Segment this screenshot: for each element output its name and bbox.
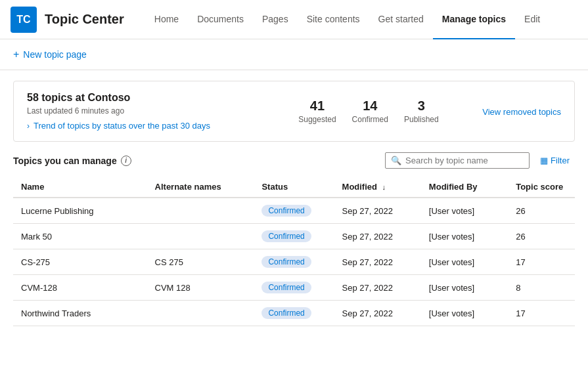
cell-name-2: CS-275 [13,249,147,275]
cell-score-2: 17 [508,249,575,275]
header: TC Topic Center HomeDocumentsPagesSite c… [0,0,588,39]
cell-modified-by-2: [User votes] [421,249,508,275]
status-badge: Confirmed [261,282,311,293]
stats-middle: 41 Suggested 14 Confirmed 3 Published [255,98,483,124]
cell-alt-names-4 [147,301,254,326]
nav-item-documents[interactable]: Documents [188,0,253,39]
stat-suggested: 41 Suggested [298,98,336,124]
nav-item-site-contents[interactable]: Site contents [298,0,369,39]
suggested-count: 41 [310,98,325,114]
suggested-label: Suggested [298,115,336,124]
cell-name-1: Mark 50 [13,224,147,249]
filter-button[interactable]: ▦ Filter [535,153,575,168]
sort-arrow-modified: ↓ [382,183,386,191]
stats-left: 58 topics at Contoso Last updated 6 minu… [27,92,255,131]
published-label: Published [404,115,439,124]
stats-card: 58 topics at Contoso Last updated 6 minu… [13,81,575,142]
nav-item-edit[interactable]: Edit [515,0,549,39]
col-header-name: Name [13,177,147,198]
cell-modified-by-1: [User votes] [421,224,508,249]
info-icon[interactable]: i [121,156,131,166]
topics-controls: 🔍 ▦ Filter [385,152,575,169]
nav-item-get-started[interactable]: Get started [369,0,433,39]
site-title: Topic Center [45,12,124,27]
cell-modified-by-0: [User votes] [421,198,508,224]
stats-right: View removed topics [482,106,561,117]
cell-status-1: Confirmed [254,224,334,249]
cell-status-2: Confirmed [254,249,334,275]
cell-modified-by-4: [User votes] [421,301,508,326]
confirmed-count: 14 [363,98,377,114]
trend-label: Trend of topics by status over the past … [34,121,210,131]
cell-alt-names-2: CS 275 [147,249,254,275]
cell-score-1: 26 [508,224,575,249]
table-row: Northwind TradersConfirmedSep 27, 2022[U… [13,301,575,326]
col-header-alt-names: Alternate names [147,177,254,198]
cell-name-0: Lucerne Publishing [13,198,147,224]
status-badge: Confirmed [261,205,311,217]
status-badge: Confirmed [261,230,311,242]
cell-modified-by-3: [User votes] [421,275,508,301]
toolbar: + New topic page [0,39,588,70]
cell-modified-0: Sep 27, 2022 [334,198,421,224]
table-header: Name Alternate names Status Modified ↓ M… [13,177,575,198]
main-nav: HomeDocumentsPagesSite contentsGet start… [145,0,549,39]
stat-confirmed: 14 Confirmed [352,98,388,124]
search-input[interactable] [405,156,524,165]
cell-modified-4: Sep 27, 2022 [334,301,421,326]
confirmed-label: Confirmed [352,115,388,124]
cell-score-4: 17 [508,301,575,326]
topics-table: Name Alternate names Status Modified ↓ M… [13,177,575,326]
topics-title-group: Topics you can manage i [13,156,131,166]
col-header-status: Status [254,177,334,198]
view-removed-link[interactable]: View removed topics [482,107,561,117]
nav-item-home[interactable]: Home [145,0,188,39]
filter-label: Filter [551,156,570,165]
table-row: CS-275CS 275ConfirmedSep 27, 2022[User v… [13,249,575,275]
cell-alt-names-3: CVM 128 [147,275,254,301]
cell-name-3: CVM-128 [13,275,147,301]
cell-modified-3: Sep 27, 2022 [334,275,421,301]
chevron-right-icon: › [27,121,30,131]
table-row: Lucerne PublishingConfirmedSep 27, 2022[… [13,198,575,224]
published-count: 3 [418,98,425,114]
search-box: 🔍 [385,152,530,169]
stats-title: 58 topics at Contoso [27,92,255,104]
table-row: Mark 50ConfirmedSep 27, 2022[User votes]… [13,224,575,249]
cell-alt-names-0 [147,198,254,224]
cell-alt-names-1 [147,224,254,249]
table-row: CVM-128CVM 128ConfirmedSep 27, 2022[User… [13,275,575,301]
stat-published: 3 Published [404,98,439,124]
col-header-topic-score: Topic score [508,177,575,198]
cell-status-3: Confirmed [254,275,334,301]
topics-body: Lucerne PublishingConfirmedSep 27, 2022[… [13,198,575,326]
stats-subtitle: Last updated 6 minutes ago [27,106,255,116]
topics-title-text: Topics you can manage [13,156,117,166]
nav-item-manage-topics[interactable]: Manage topics [433,0,515,39]
search-icon: 🔍 [391,156,401,165]
cell-score-3: 8 [508,275,575,301]
topics-header: Topics you can manage i 🔍 ▦ Filter [13,152,575,169]
filter-icon: ▦ [540,156,548,165]
new-topic-label: New topic page [23,49,87,60]
trend-link[interactable]: › Trend of topics by status over the pas… [27,121,255,131]
cell-modified-2: Sep 27, 2022 [334,249,421,275]
new-topic-button[interactable]: + New topic page [13,46,87,63]
status-badge: Confirmed [261,307,311,319]
nav-item-pages[interactable]: Pages [253,0,298,39]
status-badge: Confirmed [261,256,311,268]
cell-name-4: Northwind Traders [13,301,147,326]
cell-status-0: Confirmed [254,198,334,224]
cell-modified-1: Sep 27, 2022 [334,224,421,249]
site-logo: TC [11,7,37,33]
cell-status-4: Confirmed [254,301,334,326]
col-header-modified[interactable]: Modified ↓ [334,177,421,198]
topics-section: Topics you can manage i 🔍 ▦ Filter Name … [0,152,588,326]
plus-icon: + [13,49,19,60]
cell-score-0: 26 [508,198,575,224]
col-header-modified-by: Modified By [421,177,508,198]
stats-area: 58 topics at Contoso Last updated 6 minu… [0,70,588,152]
